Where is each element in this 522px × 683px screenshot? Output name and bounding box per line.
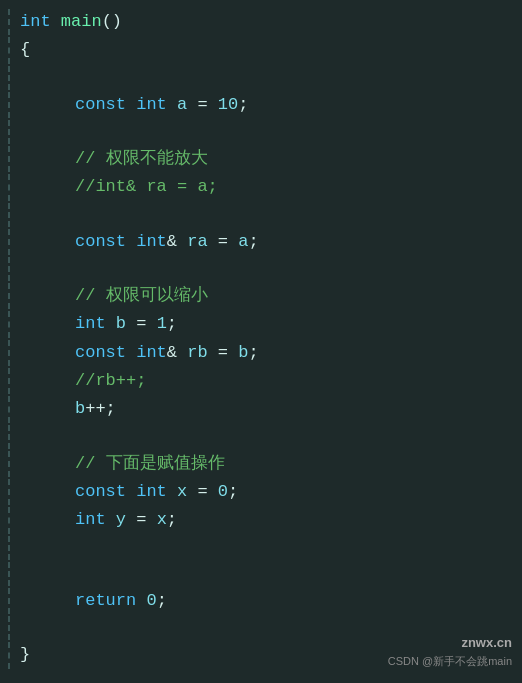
watermark-sub: CSDN @新手不会跳main bbox=[388, 653, 512, 670]
code-line: // 权限不能放大 bbox=[0, 145, 522, 173]
code-line bbox=[0, 561, 522, 587]
code-line: //rb++; bbox=[0, 367, 522, 395]
code-line bbox=[0, 65, 522, 91]
code-line: const int a = 10; bbox=[0, 91, 522, 119]
code-line: //int& ra = a; bbox=[0, 173, 522, 201]
code-line: // 权限可以缩小 bbox=[0, 282, 522, 310]
code-line: { bbox=[0, 36, 522, 64]
code-line: const int& rb = b; bbox=[0, 339, 522, 367]
code-line: int y = x; bbox=[0, 506, 522, 534]
code-line bbox=[0, 119, 522, 145]
code-line: // 下面是赋值操作 bbox=[0, 450, 522, 478]
watermark: znwx.cn CSDN @新手不会跳main bbox=[388, 633, 512, 669]
code-line bbox=[0, 202, 522, 228]
code-line: b++; bbox=[0, 395, 522, 423]
code-line: const int x = 0; bbox=[0, 478, 522, 506]
code-line bbox=[0, 256, 522, 282]
code-line: int b = 1; bbox=[0, 310, 522, 338]
watermark-site: znwx.cn bbox=[388, 633, 512, 653]
code-line bbox=[0, 535, 522, 561]
code-line: int main() bbox=[0, 8, 522, 36]
code-line bbox=[0, 424, 522, 450]
code-line: return 0; bbox=[0, 587, 522, 615]
code-editor: int main(){const int a = 10;// 权限不能放大//i… bbox=[0, 0, 522, 678]
code-line: const int& ra = a; bbox=[0, 228, 522, 256]
